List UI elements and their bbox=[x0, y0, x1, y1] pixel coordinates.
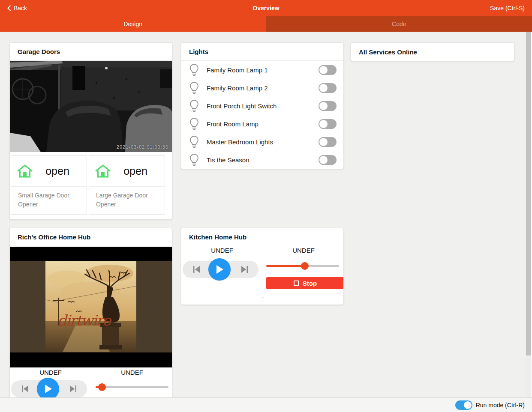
hub-status-row: UNDEF UNDEF bbox=[10, 369, 172, 376]
hub-status-left: UNDEF bbox=[10, 369, 91, 376]
door-state: open bbox=[33, 165, 87, 177]
skip-previous-icon bbox=[193, 266, 201, 273]
light-row[interactable]: Family Room Lamp 1 bbox=[181, 61, 343, 79]
light-toggle[interactable] bbox=[319, 83, 337, 93]
door-state: open bbox=[111, 165, 165, 177]
garage-door-cell: open Large Garage Door Opener bbox=[89, 155, 165, 215]
light-row[interactable]: Family Room Lamp 2 bbox=[181, 79, 343, 97]
status-bar: Run mode (Ctrl-R) bbox=[0, 397, 532, 412]
back-button[interactable]: Back bbox=[7, 5, 27, 12]
light-label: Front Porch Light Switch bbox=[207, 102, 319, 110]
lights-card: Lights Family Room Lamp 1 Family Room La… bbox=[181, 42, 344, 169]
hub-status-row: UNDEF UNDEF bbox=[181, 247, 344, 254]
bulb-icon bbox=[189, 135, 199, 149]
light-row[interactable]: Master Bedroom Lights bbox=[181, 133, 343, 151]
bulb-icon bbox=[189, 117, 199, 131]
hub-status-left: UNDEF bbox=[181, 247, 263, 254]
garage-door-cell: open Small Garage Door Opener bbox=[11, 155, 87, 215]
hub-status-right: UNDEF bbox=[91, 369, 172, 376]
hub-status-right: UNDEF bbox=[263, 247, 344, 254]
light-toggle[interactable] bbox=[319, 155, 337, 165]
vertical-scrollbar[interactable] bbox=[526, 32, 531, 397]
stop-label: Stop bbox=[303, 280, 317, 287]
door-label: Small Garage Door Opener bbox=[11, 187, 87, 214]
scrollbar-thumb[interactable] bbox=[526, 32, 531, 355]
light-label: Family Room Lamp 2 bbox=[207, 84, 319, 92]
garage-door-icon bbox=[17, 164, 33, 178]
toggle-knob bbox=[319, 102, 328, 110]
play-icon bbox=[215, 265, 224, 274]
light-toggle[interactable] bbox=[319, 137, 337, 147]
slider-track[interactable] bbox=[96, 386, 168, 388]
play-button[interactable] bbox=[37, 378, 59, 397]
camera-timestamp: 2021-03-02 01:00:36 bbox=[117, 144, 168, 149]
album-title-text: dirtwire bbox=[57, 312, 112, 329]
toggle-knob bbox=[319, 66, 328, 74]
skip-previous-button[interactable] bbox=[193, 266, 201, 273]
skip-next-button[interactable] bbox=[69, 385, 77, 392]
office-hub-card: Rich's Office Home Hub bbox=[9, 228, 172, 397]
light-label: Family Room Lamp 1 bbox=[207, 66, 319, 74]
light-label: Tis the Season bbox=[207, 156, 319, 164]
light-row[interactable]: Front Porch Light Switch bbox=[181, 97, 343, 115]
top-bar: Back Overview Save (Ctrl-S) bbox=[0, 0, 532, 16]
large-garage-open-button[interactable]: open bbox=[89, 156, 165, 187]
light-label: Front Room Lamp bbox=[207, 120, 319, 128]
skip-previous-icon bbox=[21, 385, 29, 392]
services-status-card: All Services Online bbox=[351, 42, 514, 61]
save-button[interactable]: Save (Ctrl-S) bbox=[490, 5, 525, 12]
skip-next-button[interactable] bbox=[240, 266, 248, 273]
volume-slider-knob[interactable] bbox=[98, 383, 106, 391]
card-title: Garage Doors bbox=[10, 43, 172, 61]
album-art-image: dirtwire bbox=[45, 261, 136, 352]
toggle-knob bbox=[319, 138, 328, 146]
light-toggle[interactable] bbox=[319, 119, 337, 129]
toggle-knob bbox=[319, 84, 328, 92]
toggle-knob bbox=[319, 120, 328, 128]
skip-previous-button[interactable] bbox=[21, 385, 29, 392]
tab-bar: Design Code bbox=[0, 16, 532, 32]
garage-camera-feed: 2021-03-02 01:00:36 bbox=[10, 61, 172, 152]
skip-next-icon bbox=[240, 266, 248, 273]
page-title: Overview bbox=[0, 5, 532, 12]
run-mode-toggle[interactable] bbox=[455, 400, 472, 410]
volume-slider[interactable] bbox=[266, 262, 339, 270]
light-toggle[interactable] bbox=[319, 101, 337, 111]
skip-next-icon bbox=[69, 385, 77, 392]
bulb-icon bbox=[189, 99, 199, 113]
slider-fill bbox=[266, 265, 305, 267]
stop-icon bbox=[294, 281, 299, 286]
back-label: Back bbox=[14, 5, 27, 12]
garage-door-icon bbox=[95, 164, 111, 178]
play-button[interactable] bbox=[208, 258, 231, 281]
card-title: Lights bbox=[181, 43, 343, 61]
play-icon bbox=[44, 384, 52, 394]
volume-slider[interactable] bbox=[96, 383, 168, 391]
volume-slider-knob[interactable] bbox=[301, 262, 309, 270]
tab-design[interactable]: Design bbox=[0, 16, 266, 32]
garage-camera-image bbox=[10, 61, 172, 152]
light-row[interactable]: Front Room Lamp bbox=[181, 115, 343, 133]
door-label: Large Garage Door Opener bbox=[89, 187, 165, 214]
light-label: Master Bedroom Lights bbox=[207, 138, 319, 146]
garage-door-cells: open Small Garage Door Opener open Large… bbox=[11, 155, 165, 215]
card-title: Rich's Office Home Hub bbox=[10, 228, 172, 246]
bulb-icon bbox=[189, 63, 199, 77]
kitchen-hub-card: Kitchen Home Hub UNDEF UNDEF bbox=[181, 228, 344, 305]
light-row[interactable]: Tis the Season bbox=[181, 151, 343, 169]
light-toggle[interactable] bbox=[319, 65, 337, 75]
bulb-icon bbox=[189, 81, 199, 95]
now-playing-artwork: dirtwire bbox=[10, 247, 172, 367]
bulb-icon bbox=[189, 153, 199, 167]
small-garage-open-button[interactable]: open bbox=[11, 156, 87, 187]
garage-doors-card: Garage Doors bbox=[9, 42, 172, 220]
toggle-knob bbox=[319, 156, 328, 164]
back-chevron-icon bbox=[7, 5, 11, 11]
card-title: All Services Online bbox=[351, 43, 514, 61]
card-title: Kitchen Home Hub bbox=[181, 228, 343, 246]
stop-button[interactable]: Stop bbox=[266, 277, 344, 289]
run-mode-label: Run mode (Ctrl-R) bbox=[476, 402, 525, 409]
tab-code[interactable]: Code bbox=[266, 16, 532, 32]
media-track-label: - bbox=[181, 293, 344, 300]
toggle-knob bbox=[464, 401, 472, 409]
